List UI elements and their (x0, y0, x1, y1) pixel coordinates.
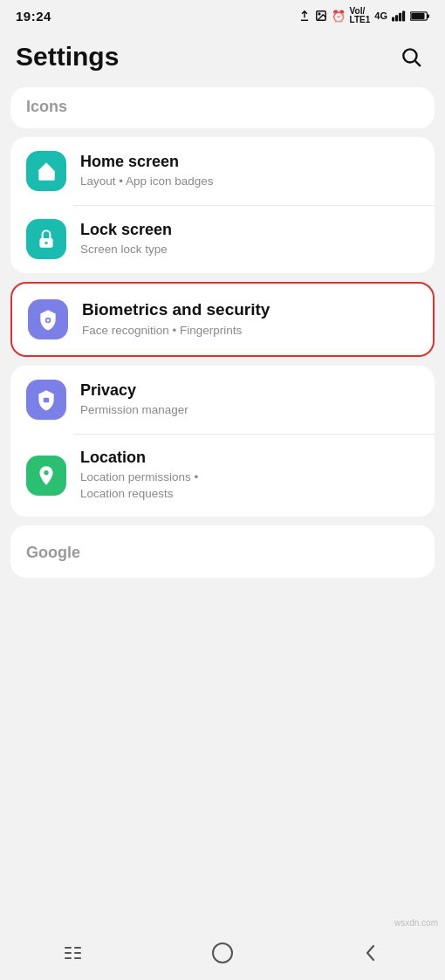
status-bar: 19:24 ⏰ Vol/LTE1 4G (0, 0, 445, 31)
status-icons: ⏰ Vol/LTE1 4G (298, 7, 429, 24)
svg-rect-4 (399, 13, 401, 22)
home-nav-icon (211, 942, 234, 964)
search-button[interactable] (393, 38, 429, 75)
upload-icon (298, 10, 311, 22)
svg-rect-20 (74, 952, 81, 954)
svg-rect-17 (65, 952, 72, 954)
alarm-icon: ⏰ (332, 10, 346, 23)
svg-rect-3 (395, 15, 398, 21)
card-icons: Icons (10, 87, 435, 128)
location-icon (35, 464, 58, 487)
back-icon (362, 942, 380, 964)
location-title: Location (80, 448, 419, 468)
biometrics-item[interactable]: Biometrics and security Face recognition… (12, 284, 433, 355)
card-google: Google (10, 525, 435, 577)
lock-screen-title: Lock screen (80, 220, 419, 240)
svg-point-12 (44, 242, 47, 244)
search-icon (400, 45, 422, 68)
biometrics-icon-bg (28, 299, 68, 339)
4g-label: 4G (374, 10, 387, 21)
content-area: Icons Home screen Layout • App icon badg… (0, 87, 445, 578)
svg-rect-5 (402, 10, 405, 21)
status-time: 19:24 (16, 9, 51, 24)
lock-screen-item[interactable]: Lock screen Screen lock type (10, 205, 435, 273)
home-screen-item[interactable]: Home screen Layout • App icon badges (10, 137, 435, 205)
google-text: Google (26, 543, 419, 563)
location-icon-bg (26, 456, 66, 496)
home-screen-text: Home screen Layout • App icon badges (80, 152, 419, 190)
privacy-text: Privacy Permission manager (80, 380, 419, 419)
biometrics-subtitle: Face recognition • Fingerprints (82, 323, 417, 339)
lock-icon (35, 228, 58, 250)
bottom-navigation (0, 931, 445, 980)
svg-point-9 (403, 49, 416, 62)
biometrics-title: Biometrics and security (82, 299, 417, 321)
location-subtitle: Location permissions • Location requests (80, 469, 419, 503)
home-icon (35, 160, 58, 182)
image-icon (315, 10, 327, 22)
home-screen-icon-bg (26, 151, 66, 191)
svg-point-1 (318, 13, 320, 15)
watermark: wsxdn.com (394, 918, 438, 928)
home-screen-title: Home screen (80, 152, 419, 172)
svg-rect-7 (411, 13, 424, 19)
svg-rect-16 (65, 947, 72, 949)
app-header: Settings (0, 31, 445, 87)
svg-rect-18 (65, 957, 72, 959)
biometrics-text: Biometrics and security Face recognition… (82, 299, 417, 339)
back-button[interactable] (345, 935, 397, 970)
svg-rect-21 (74, 957, 81, 959)
svg-point-14 (46, 319, 49, 321)
recent-apps-button[interactable] (48, 935, 100, 970)
svg-rect-15 (44, 398, 50, 402)
svg-rect-8 (427, 14, 429, 17)
privacy-title: Privacy (80, 380, 419, 401)
icons-item[interactable]: Icons (10, 87, 435, 128)
google-item[interactable]: Google (26, 539, 419, 572)
card-privacy-location: Privacy Permission manager Location Loca… (10, 366, 435, 517)
privacy-subtitle: Permission manager (80, 402, 419, 419)
lock-screen-text: Lock screen Screen lock type (80, 220, 419, 258)
card-biometrics[interactable]: Biometrics and security Face recognition… (10, 282, 435, 357)
location-item[interactable]: Location Location permissions • Location… (10, 434, 435, 517)
page-title: Settings (16, 42, 119, 72)
svg-rect-2 (392, 17, 394, 22)
lock-screen-icon-bg (26, 219, 66, 259)
home-screen-subtitle: Layout • App icon badges (80, 174, 419, 190)
volte-label: Vol/LTE1 (350, 7, 371, 24)
privacy-icon (35, 388, 58, 411)
svg-rect-19 (74, 947, 81, 949)
signal-icon (392, 10, 406, 22)
shield-icon (37, 308, 59, 331)
google-title: Google (26, 543, 419, 563)
svg-point-22 (213, 943, 232, 963)
card-home-lock: Home screen Layout • App icon badges Loc… (10, 137, 435, 273)
location-text: Location Location permissions • Location… (80, 448, 419, 503)
lock-screen-subtitle: Screen lock type (80, 242, 419, 258)
privacy-icon-bg (26, 380, 66, 420)
battery-icon (410, 10, 429, 22)
recent-apps-icon (63, 944, 86, 962)
icons-label: Icons (26, 98, 67, 115)
home-button[interactable] (196, 935, 249, 970)
privacy-item[interactable]: Privacy Permission manager (10, 366, 435, 434)
svg-line-10 (415, 61, 421, 66)
